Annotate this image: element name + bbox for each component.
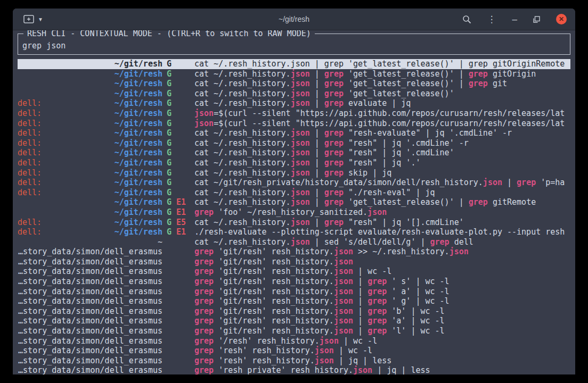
- row-left: dell: ~/git/resh: [18, 227, 162, 237]
- history-row[interactable]: dell: ~/git/resh G E5 cat ~/.resh_histor…: [18, 218, 570, 228]
- command-text: grep 'git/resh' resh_history.json | wc -…: [194, 267, 570, 277]
- history-row[interactable]: dell: ~/git/resh G json=$(curl --silent …: [18, 119, 570, 129]
- history-row[interactable]: …story_data/simon/dell_erasmus grep 'git…: [18, 267, 570, 277]
- minimize-icon: –: [512, 15, 517, 24]
- path-label: ~/git/resh: [115, 69, 162, 79]
- match-highlight: json: [194, 109, 214, 118]
- history-row[interactable]: ~/git/resh G E1 cat ~/.resh_history.json…: [18, 197, 570, 207]
- command-text: cat ~/.resh_history.json | grep 'get_lat…: [194, 197, 570, 207]
- host-label: dell:: [18, 148, 42, 158]
- path-label: ~/git/resh: [115, 168, 162, 178]
- match-highlight: json: [368, 207, 387, 217]
- match-highlight: grep: [194, 257, 214, 267]
- match-highlight: grep: [194, 296, 214, 306]
- history-row[interactable]: ~ cat ~/.resh_history.json | sed 's/dell…: [18, 237, 570, 247]
- row-left: …story_data/simon/dell_erasmus: [18, 287, 162, 297]
- flags: [162, 287, 194, 297]
- history-row[interactable]: dell: ~/git/resh G cat ~/.resh_history.j…: [18, 148, 570, 158]
- history-row[interactable]: dell: ~/git/resh G cat ~/git/resh_privat…: [18, 178, 570, 188]
- history-row[interactable]: dell: ~/git/resh G cat ~/.resh_history.j…: [18, 128, 570, 138]
- match-highlight: json: [334, 296, 353, 306]
- history-row[interactable]: …story_data/simon/dell_erasmus grep 'res…: [18, 356, 570, 366]
- flag-g: G: [167, 148, 172, 157]
- history-row[interactable]: dell: ~/git/resh G cat ~/.resh_history.j…: [18, 138, 570, 148]
- row-left: …story_data/simon/dell_erasmus: [18, 257, 162, 267]
- row-left: ~/git/resh: [18, 69, 162, 79]
- flags: G: [162, 109, 194, 119]
- history-row[interactable]: …story_data/simon/dell_erasmus grep 'git…: [18, 277, 570, 287]
- path-label: ~/git/resh: [115, 79, 162, 89]
- match-highlight: json: [334, 316, 353, 326]
- history-row[interactable]: dell: ~/git/resh G E1 ./resh-evaluate --…: [18, 227, 570, 237]
- row-left: …story_data/simon/dell_erasmus: [18, 356, 162, 366]
- command-text: json=$(curl --silent "https://api.github…: [194, 109, 570, 119]
- match-highlight: grep: [517, 178, 536, 187]
- match-highlight: grep: [324, 98, 344, 108]
- restore-button[interactable]: [533, 16, 540, 23]
- menu-button[interactable]: ⋮: [487, 15, 496, 24]
- history-row[interactable]: …story_data/simon/dell_erasmus grep 'git…: [18, 326, 570, 336]
- row-left: dell: ~/git/resh: [18, 168, 162, 178]
- match-highlight: grep: [324, 158, 344, 168]
- match-highlight: json: [334, 326, 353, 336]
- new-tab-button[interactable]: [23, 15, 34, 23]
- history-row[interactable]: dell: ~/git/resh G json=$(curl --silent …: [18, 109, 570, 119]
- close-button[interactable]: ✕: [556, 14, 567, 24]
- row-left: dell: ~/git/resh: [18, 119, 162, 129]
- match-highlight: json: [320, 336, 339, 346]
- profile-dropdown-button[interactable]: ▼: [38, 16, 43, 22]
- flags: [162, 267, 194, 277]
- command-text: grep 'git/resh' resh_history.json | grep…: [194, 296, 570, 306]
- command-text: ./resh-evaluate --plotting-script evalua…: [194, 227, 570, 237]
- history-row[interactable]: …story_data/simon/dell_erasmus grep 'res…: [18, 346, 570, 356]
- history-list: ~/git/resh G cat ~/.resh_history.json | …: [18, 59, 570, 374]
- flags: [162, 326, 194, 336]
- path-label: …story_data/simon/dell_erasmus: [18, 287, 162, 297]
- history-row[interactable]: …story_data/simon/dell_erasmus grep 'git…: [18, 316, 570, 326]
- history-row[interactable]: …story_data/simon/dell_erasmus grep 'git…: [18, 306, 570, 317]
- path-label: …story_data/simon/dell_erasmus: [18, 296, 162, 306]
- minimize-button[interactable]: –: [512, 15, 517, 24]
- history-row[interactable]: …story_data/simon/dell_erasmus grep 'git…: [18, 257, 570, 267]
- history-row[interactable]: …story_data/simon/dell_erasmus grep 'git…: [18, 287, 570, 297]
- search-button[interactable]: [462, 15, 471, 24]
- close-icon: ✕: [559, 16, 564, 22]
- path-label: ~/git/resh: [115, 158, 162, 168]
- command-text: cat ~/.resh_history.json | grep evaluate…: [194, 98, 570, 109]
- flags: [162, 237, 194, 247]
- command-text: cat ~/.resh_history.json | grep 'get_lat…: [194, 69, 570, 79]
- history-row[interactable]: dell: ~/git/resh G cat ~/.resh_history.j…: [18, 168, 570, 178]
- row-left: ~: [18, 237, 162, 247]
- command-text: grep 'git/resh' resh_history.json >> ~/.…: [194, 247, 570, 257]
- history-row[interactable]: ~/git/resh G cat ~/.resh_history.json | …: [18, 69, 570, 79]
- history-row[interactable]: …story_data/simon/dell_erasmus grep 'git…: [18, 296, 570, 306]
- history-row[interactable]: ~/git/resh G cat ~/.resh_history.json | …: [18, 59, 570, 69]
- new-tab-icon: [23, 15, 34, 23]
- history-row[interactable]: ~/git/resh G E1 grep 'foo' ~/resh_histor…: [18, 207, 570, 218]
- history-row[interactable]: dell: ~/git/resh G cat ~/.resh_history.j…: [18, 158, 570, 168]
- match-highlight: grep: [368, 316, 387, 326]
- path-label: ~/git/resh: [115, 227, 162, 237]
- flags: G: [162, 138, 194, 148]
- row-left: dell: ~/git/resh: [18, 158, 162, 168]
- match-highlight: json: [483, 178, 502, 187]
- history-row[interactable]: dell: ~/git/resh G cat ~/.resh_history.j…: [18, 188, 570, 198]
- flags: G E5: [162, 218, 194, 228]
- path-label: ~/git/resh: [115, 148, 162, 158]
- host-label: dell:: [18, 138, 42, 148]
- history-row[interactable]: dell: ~/git/resh G cat ~/.resh_history.j…: [18, 98, 570, 109]
- history-row[interactable]: ~/git/resh G cat ~/.resh_history.json | …: [18, 89, 570, 99]
- match-highlight: json: [334, 306, 353, 316]
- path-label: ~/git/resh: [115, 178, 162, 188]
- match-highlight: grep: [194, 336, 214, 346]
- flag-g: G: [167, 59, 172, 69]
- history-row[interactable]: ~/git/resh G cat ~/.resh_history.json | …: [18, 79, 570, 89]
- match-highlight: grep: [368, 326, 387, 336]
- flags: G: [162, 89, 194, 99]
- history-row[interactable]: …story_data/simon/dell_erasmus grep '/re…: [18, 336, 570, 346]
- match-highlight: grep: [430, 237, 450, 247]
- history-row[interactable]: …story_data/simon/dell_erasmus grep 'res…: [18, 365, 570, 374]
- match-highlight: grep: [324, 79, 344, 88]
- host-label: dell:: [18, 119, 42, 129]
- history-row[interactable]: …story_data/simon/dell_erasmus grep 'git…: [18, 247, 570, 257]
